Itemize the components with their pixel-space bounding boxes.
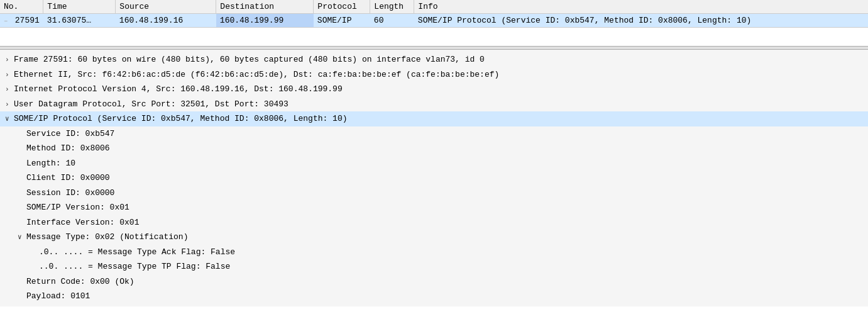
detail-text: Length: 10 [26,159,75,168]
cell-source: 160.48.199.16 [116,14,216,28]
detail-row-payload: Payload: 0101 [0,289,868,304]
detail-row-ethernet[interactable]: › Ethernet II, Src: f6:42:b6:ac:d5:de (f… [0,67,868,82]
cell-destination: 160.48.199.99 [216,14,314,28]
detail-text: Frame 27591: 60 bytes on wire (480 bits)… [14,55,485,64]
detail-panel: › Frame 27591: 60 bytes on wire (480 bit… [0,50,868,306]
col-header-protocol: Protocol [314,0,370,14]
detail-text: SOME/IP Version: 0x01 [26,203,129,212]
detail-row-tp-flag: ..0. .... = Message Type TP Flag: False [0,259,868,274]
detail-text: Ethernet II, Src: f6:42:b6:ac:d5:de (f6:… [14,70,499,79]
detail-row-someip-version: SOME/IP Version: 0x01 [0,200,868,215]
expand-arrow: › [5,99,14,110]
expand-arrow: › [5,70,14,81]
cell-time: 31.63075… [43,14,116,28]
detail-row-interface-version: Interface Version: 0x01 [0,215,868,230]
detail-row-udp[interactable]: › User Datagram Protocol, Src Port: 3250… [0,97,868,112]
cell-length: 60 [370,14,414,28]
col-header-time: Time [43,0,116,14]
expand-arrow: › [5,84,14,95]
detail-row-message-type[interactable]: ∨ Message Type: 0x02 (Notification) [0,230,868,245]
detail-row-ack-flag: .0.. .... = Message Type Ack Flag: False [0,245,868,260]
col-header-source: Source [116,0,216,14]
detail-row-return-code: Return Code: 0x00 (Ok) [0,274,868,289]
detail-row-method-id: Method ID: 0x8006 [0,141,868,156]
detail-text: .0.. .... = Message Type Ack Flag: False [39,247,235,257]
detail-text: ..0. .... = Message Type TP Flag: False [39,262,230,271]
cell-info: SOME/IP Protocol (Service ID: 0xb547, Me… [414,14,868,28]
detail-row-service-id: Service ID: 0xb547 [0,126,868,142]
col-header-destination: Destination [216,0,314,14]
detail-text: Payload: 0101 [26,291,90,301]
detail-text: User Datagram Protocol, Src Port: 32501,… [14,99,288,109]
detail-text: Return Code: 0x00 (Ok) [26,277,135,286]
detail-text: SOME/IP Protocol (Service ID: 0xb547, Me… [14,114,348,123]
detail-text: Interface Version: 0x01 [26,218,139,227]
detail-text: Client ID: 0x0000 [26,173,110,182]
table-row[interactable]: – 27591 31.63075… 160.48.199.16 160.48.1… [0,14,868,28]
packet-table: No. Time Source Destination Protocol Len… [0,0,868,27]
detail-text: Method ID: 0x8006 [26,143,110,153]
cell-protocol: SOME/IP [314,14,370,28]
detail-text: Service ID: 0xb547 [26,129,114,138]
expand-arrow: ∨ [5,114,14,125]
detail-row-frame[interactable]: › Frame 27591: 60 bytes on wire (480 bit… [0,52,868,67]
col-header-info: Info [414,0,868,14]
cell-no: – 27591 [0,14,43,28]
detail-row-length: Length: 10 [0,156,868,171]
expand-arrow: ∨ [18,232,26,243]
expand-arrow: › [5,55,14,65]
detail-row-client-id: Client ID: 0x0000 [0,171,868,186]
detail-text: Message Type: 0x02 (Notification) [26,232,188,242]
col-header-length: Length [370,0,414,14]
detail-row-someip[interactable]: ∨ SOME/IP Protocol (Service ID: 0xb547, … [0,111,868,126]
detail-row-session-id: Session ID: 0x0000 [0,186,868,201]
detail-text: Internet Protocol Version 4, Src: 160.48… [14,84,343,94]
detail-text: Session ID: 0x0000 [26,188,114,198]
col-header-no: No. [0,0,43,14]
detail-row-ip[interactable]: › Internet Protocol Version 4, Src: 160.… [0,82,868,97]
